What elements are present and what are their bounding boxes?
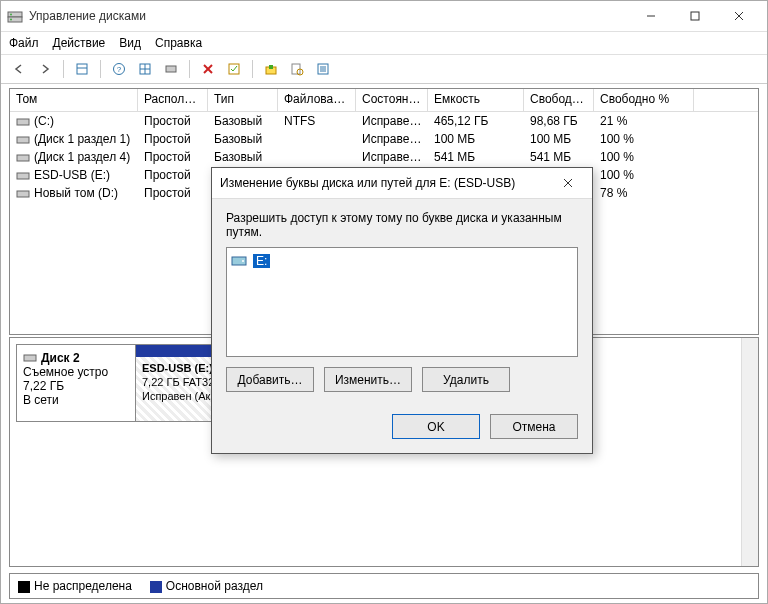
disk-status: В сети: [23, 393, 129, 407]
drive-letter-list[interactable]: E:: [226, 247, 578, 357]
toolbar-view-button[interactable]: [70, 57, 94, 81]
menu-file[interactable]: Файл: [9, 36, 39, 50]
menubar: Файл Действие Вид Справка: [1, 32, 767, 55]
disk-header[interactable]: Диск 2 Съемное устро 7,22 ГБ В сети: [16, 344, 136, 422]
add-button[interactable]: Добавить…: [226, 367, 314, 392]
help-icon[interactable]: ?: [107, 57, 131, 81]
change-drive-letter-dialog: Изменение буквы диска или путей для E: (…: [211, 167, 593, 454]
app-icon: [7, 8, 23, 24]
legend-primary: Основной раздел: [166, 579, 263, 593]
svg-rect-30: [17, 173, 29, 179]
remove-button[interactable]: Удалить: [422, 367, 510, 392]
back-button[interactable]: [7, 57, 31, 81]
col-status[interactable]: Состояние: [356, 89, 428, 111]
legend: Не распределена Основной раздел: [9, 573, 759, 599]
change-button[interactable]: Изменить…: [324, 367, 412, 392]
disk-size: 7,22 ГБ: [23, 379, 129, 393]
toolbar-disk-button[interactable]: [159, 57, 183, 81]
menu-view[interactable]: Вид: [119, 36, 141, 50]
disk-management-window: Управление дисками Файл Действие Вид Спр…: [0, 0, 768, 604]
col-pct[interactable]: Свободно %: [594, 89, 694, 111]
delete-icon[interactable]: [196, 57, 220, 81]
toolbar: ?: [1, 55, 767, 84]
properties-icon[interactable]: [285, 57, 309, 81]
svg-rect-29: [17, 155, 29, 161]
svg-point-2: [10, 14, 12, 16]
toolbar-folder-button[interactable]: [259, 57, 283, 81]
col-layout[interactable]: Располо…: [138, 89, 208, 111]
vol-title: ESD-USB (E:): [142, 362, 213, 374]
dialog-prompt: Разрешить доступ к этому тому по букве д…: [226, 211, 578, 239]
column-headers: Том Располо… Тип Файловая с… Состояние Е…: [10, 89, 758, 112]
disk-icon: [23, 352, 37, 364]
vol-line2: 7,22 ГБ FAT32: [142, 376, 214, 388]
dialog-close-button[interactable]: [552, 171, 584, 195]
dialog-title: Изменение буквы диска или путей для E: (…: [220, 176, 552, 190]
svg-rect-15: [166, 66, 176, 72]
titlebar[interactable]: Управление дисками: [1, 1, 767, 32]
close-button[interactable]: [717, 2, 761, 30]
svg-point-37: [242, 260, 244, 262]
forward-button[interactable]: [33, 57, 57, 81]
drive-icon: [231, 254, 249, 268]
cancel-button[interactable]: Отмена: [490, 414, 578, 439]
svg-rect-27: [17, 119, 29, 125]
disk-type: Съемное устро: [23, 365, 129, 379]
legend-unalloc: Не распределена: [34, 579, 132, 593]
menu-help[interactable]: Справка: [155, 36, 202, 50]
list-item[interactable]: E:: [231, 252, 573, 270]
col-type[interactable]: Тип: [208, 89, 278, 111]
table-row[interactable]: (Диск 1 раздел 4)ПростойБазовыйИсправен……: [10, 148, 758, 166]
maximize-button[interactable]: [673, 2, 717, 30]
svg-rect-8: [77, 64, 87, 74]
svg-point-3: [10, 19, 12, 21]
drive-letter: E:: [253, 254, 270, 268]
ok-button[interactable]: OK: [392, 414, 480, 439]
vol-line3: Исправен (Ак: [142, 390, 210, 402]
toolbar-grid-button[interactable]: [133, 57, 157, 81]
col-capacity[interactable]: Емкость: [428, 89, 524, 111]
col-free[interactable]: Свобод…: [524, 89, 594, 111]
toolbar-list-button[interactable]: [311, 57, 335, 81]
col-fs[interactable]: Файловая с…: [278, 89, 356, 111]
svg-text:?: ?: [117, 65, 122, 74]
scrollbar[interactable]: [741, 338, 758, 566]
dialog-titlebar[interactable]: Изменение буквы диска или путей для E: (…: [212, 168, 592, 199]
menu-action[interactable]: Действие: [53, 36, 106, 50]
svg-rect-31: [17, 191, 29, 197]
minimize-button[interactable]: [629, 2, 673, 30]
window-title: Управление дисками: [29, 9, 629, 23]
svg-rect-20: [269, 65, 273, 69]
table-row[interactable]: (C:)ПростойБазовыйNTFSИсправен…465,12 ГБ…: [10, 112, 758, 130]
col-volume[interactable]: Том: [10, 89, 138, 111]
svg-rect-28: [17, 137, 29, 143]
svg-rect-32: [24, 355, 36, 361]
disk-name: Диск 2: [41, 351, 80, 365]
table-row[interactable]: (Диск 1 раздел 1)ПростойБазовыйИсправен……: [10, 130, 758, 148]
check-icon[interactable]: [222, 57, 246, 81]
svg-rect-5: [691, 12, 699, 20]
